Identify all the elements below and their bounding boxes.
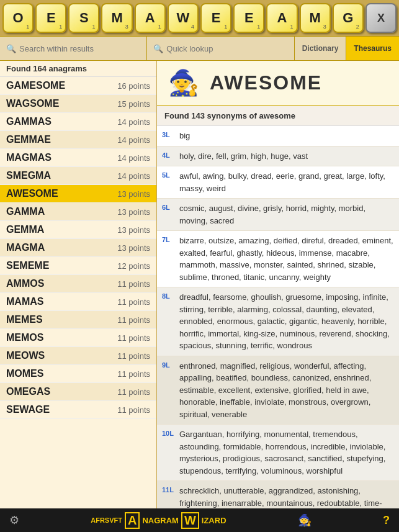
synonym-row: 7Lbizarre, outsize, amazing, deified, di… (157, 231, 399, 287)
tile-E-6[interactable]: E1 (200, 3, 231, 33)
anagram-word: MEOWS (6, 350, 45, 361)
synonym-words: holy, dire, fell, grim, high, huge, vast (179, 150, 308, 163)
anagram-points: 14 points (117, 117, 150, 127)
footer: ⚙ AFRSVFT A NAGRAM W IZARD 🧙 ? (0, 508, 399, 532)
anagram-word: GAMMAS (6, 116, 52, 127)
anagram-points: 15 points (117, 99, 150, 109)
level-badge: 8L (162, 291, 179, 300)
anagram-row[interactable]: GAMMAS14 points (0, 113, 156, 131)
synonym-words: Gargantuan, horrifying, monumental, trem… (179, 428, 394, 477)
anagram-row[interactable]: AWESOME13 points (0, 185, 156, 203)
found-header: Found 164 anagrams (0, 61, 156, 77)
level-badge: 5L (162, 170, 179, 179)
anagram-points: 11 points (117, 351, 150, 361)
synonym-words: big (179, 130, 190, 142)
anagram-row[interactable]: OMEGAS11 points (0, 383, 156, 401)
level-badge: 11L (162, 485, 179, 494)
anagram-word: WAGSOME (6, 98, 59, 109)
synonym-row: 4Lholy, dire, fell, grim, high, huge, va… (157, 147, 399, 167)
anagram-row[interactable]: GAMESOME16 points (0, 77, 156, 95)
anagram-points: 13 points (117, 207, 150, 217)
brand-nagram: NAGRAM (142, 516, 179, 525)
anagram-row[interactable]: MOMES11 points (0, 365, 156, 383)
anagram-word: GAMMA (6, 206, 45, 217)
synonym-words: cosmic, august, divine, grisly, horrid, … (179, 202, 394, 227)
anagram-row[interactable]: GAMMA13 points (0, 203, 156, 221)
synonym-row: 3Lbig (157, 126, 399, 147)
anagram-list: GAMESOME16 pointsWAGSOME15 pointsGAMMAS1… (0, 77, 156, 419)
anagram-row[interactable]: MEOWS11 points (0, 347, 156, 365)
anagram-word: MEMOS (6, 332, 43, 343)
synonym-words: awful, awing, bulky, dread, eerie, grand… (179, 170, 394, 194)
anagram-word: GEMMAE (6, 134, 51, 145)
thesaurus-header: 🧙 AWESOME (157, 61, 399, 106)
tile-E-1[interactable]: E1 (35, 3, 66, 33)
anagram-row[interactable]: SEWAGE11 points (0, 401, 156, 419)
anagram-word: MEMES (6, 314, 43, 325)
anagram-points: 12 points (117, 261, 150, 271)
anagram-list-panel: Found 164 anagrams GAMESOME16 pointsWAGS… (0, 61, 157, 508)
tile-G-10[interactable]: G2 (333, 3, 364, 33)
quick-lookup-input[interactable] (166, 44, 287, 53)
anagram-points: 14 points (117, 135, 150, 145)
level-badge: 7L (162, 235, 179, 243)
synonym-list: 3Lbig4Lholy, dire, fell, grim, high, hug… (157, 126, 399, 508)
anagram-word: AWESOME (6, 188, 58, 199)
anagram-row[interactable]: MEMES11 points (0, 311, 156, 329)
tile-E-7[interactable]: E1 (233, 3, 264, 33)
main-content: Found 164 anagrams GAMESOME16 pointsWAGS… (0, 61, 399, 508)
tile-row: O1E1S1M3A1W4E1E1A1M3G2X (0, 0, 399, 36)
synonym-row: 8Ldreadful, fearsome, ghoulish, gruesome… (157, 287, 399, 356)
synonyms-found-header: Found 143 synonyms of awesome (157, 106, 399, 126)
anagram-word: MOMES (6, 368, 43, 379)
thesaurus-panel: 🧙 AWESOME Found 143 synonyms of awesome … (157, 61, 399, 508)
settings-icon[interactable]: ⚙ (9, 513, 19, 527)
quick-lookup-box: 🔍 (147, 37, 294, 60)
anagram-row[interactable]: WAGSOME15 points (0, 95, 156, 113)
search-within-input[interactable] (19, 44, 140, 53)
anagram-word: MAMAS (6, 296, 43, 307)
lookup-search-icon: 🔍 (153, 44, 163, 53)
anagram-row[interactable]: MAGMAS14 points (0, 149, 156, 167)
anagram-word: MAGMAS (6, 152, 52, 163)
anagram-row[interactable]: MAMAS11 points (0, 293, 156, 311)
anagram-points: 13 points (117, 189, 150, 199)
help-button[interactable]: ? (383, 514, 390, 527)
anagram-points: 11 points (117, 315, 150, 325)
anagram-points: 16 points (117, 81, 150, 91)
brand-W: W (181, 512, 199, 529)
synonym-words: bizarre, outsize, amazing, deified, dire… (179, 235, 394, 283)
anagram-word: SMEGMA (6, 170, 51, 181)
brand-A: A (125, 512, 140, 529)
tile-M-9[interactable]: M3 (300, 3, 331, 33)
anagram-points: 11 points (117, 333, 150, 343)
level-badge: 4L (162, 150, 179, 159)
anagram-row[interactable]: MEMOS11 points (0, 329, 156, 347)
anagram-points: 14 points (117, 171, 150, 181)
anagram-points: 11 points (117, 369, 150, 379)
anagram-points: 13 points (117, 243, 150, 253)
tile-O-0[interactable]: O1 (2, 3, 34, 33)
anagram-row[interactable]: SEMEME12 points (0, 257, 156, 275)
search-icon: 🔍 (6, 44, 16, 53)
synonym-row: 9Lenthroned, magnified, religious, wonde… (157, 356, 399, 425)
tile-W-5[interactable]: W4 (168, 3, 199, 33)
anagram-row[interactable]: AMMOS11 points (0, 275, 156, 293)
synonym-words: enthroned, magnified, religious, wonderf… (179, 360, 394, 421)
anagram-row[interactable]: GEMMAE14 points (0, 131, 156, 149)
tile-A-8[interactable]: A1 (266, 3, 297, 33)
tile-A-4[interactable]: A1 (135, 3, 166, 33)
tile-S-2[interactable]: S1 (68, 3, 99, 33)
dictionary-button[interactable]: Dictionary (294, 37, 346, 60)
thesaurus-button[interactable]: Thesaurus (346, 37, 399, 60)
anagram-row[interactable]: MAGMA13 points (0, 239, 156, 257)
anagram-word: AMMOS (6, 278, 44, 289)
anagram-points: 11 points (117, 279, 150, 289)
anagram-row[interactable]: SMEGMA14 points (0, 167, 156, 185)
level-badge: 3L (162, 130, 179, 138)
anagram-row[interactable]: GEMMA13 points (0, 221, 156, 239)
tile-M-3[interactable]: M3 (101, 3, 132, 33)
brand-small-text: AFRSVFT (91, 516, 122, 524)
tile-X-11[interactable]: X (365, 3, 397, 33)
anagram-points: 13 points (117, 225, 150, 235)
